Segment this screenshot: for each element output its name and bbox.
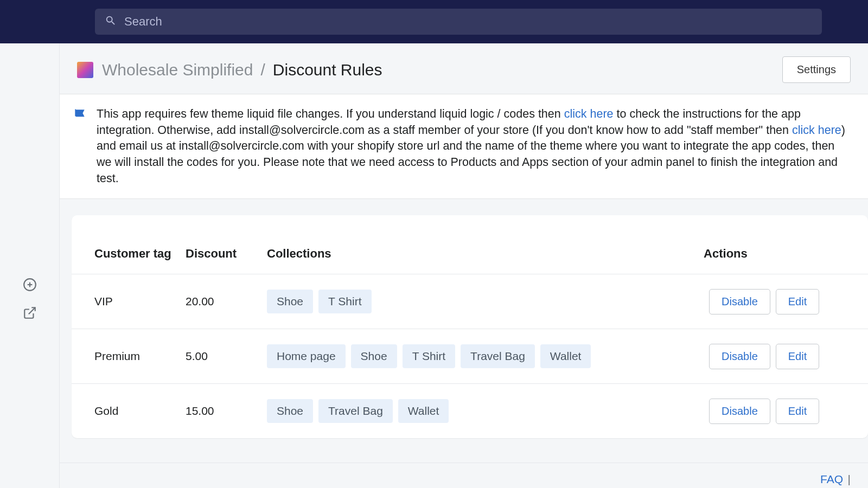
table-row: Gold15.00ShoeTravel BagWalletDisableEdit — [72, 384, 868, 439]
th-collections: Collections — [261, 237, 704, 274]
table-row: VIP20.00ShoeT ShirtDisableEdit — [72, 274, 868, 329]
edit-button[interactable]: Edit — [776, 344, 819, 369]
notice-text: This app requires few theme liquid file … — [97, 106, 851, 187]
search-field[interactable] — [95, 9, 822, 35]
breadcrumb-separator: / — [260, 61, 265, 79]
collection-chip[interactable]: Wallet — [540, 344, 591, 368]
rules-table: Customer tag Discount Collections Action… — [72, 237, 868, 438]
th-customer-tag: Customer tag — [72, 237, 180, 274]
breadcrumb-app[interactable]: Wholesale Simplified — [102, 61, 253, 79]
disable-button[interactable]: Disable — [709, 289, 770, 314]
collection-chip[interactable]: Travel Bag — [318, 399, 393, 423]
page-header: Wholesale Simplified / Discount Rules Se… — [60, 43, 868, 94]
collection-chip[interactable]: T Shirt — [318, 290, 371, 313]
cell-actions: DisableEdit — [704, 384, 868, 439]
collection-chip[interactable]: Shoe — [351, 344, 397, 368]
cell-collections: ShoeT Shirt — [261, 274, 704, 329]
footer-separator: | — [848, 473, 851, 485]
add-circle-icon[interactable] — [22, 277, 38, 293]
left-rail — [0, 43, 60, 488]
cell-discount: 15.00 — [180, 384, 261, 439]
cell-actions: DisableEdit — [704, 329, 868, 384]
cell-customer-tag: Gold — [72, 384, 180, 439]
notice-link-1[interactable]: click here — [564, 107, 614, 120]
collection-chip[interactable]: Shoe — [267, 399, 313, 423]
collection-chip[interactable]: Travel Bag — [461, 344, 535, 368]
flag-icon — [73, 107, 87, 187]
notice-link-2[interactable]: click here — [792, 124, 841, 137]
cell-discount: 20.00 — [180, 274, 261, 329]
collection-chip[interactable]: Wallet — [398, 399, 449, 423]
disable-button[interactable]: Disable — [709, 344, 770, 369]
disable-button[interactable]: Disable — [709, 399, 770, 424]
edit-button[interactable]: Edit — [776, 289, 819, 314]
breadcrumb-page: Discount Rules — [273, 61, 382, 79]
cell-discount: 5.00 — [180, 329, 261, 384]
cell-customer-tag: Premium — [72, 329, 180, 384]
cell-collections: ShoeTravel BagWallet — [261, 384, 704, 439]
search-icon — [105, 15, 124, 29]
cell-collections: Home pageShoeT ShirtTravel BagWallet — [261, 329, 704, 384]
search-input[interactable] — [124, 15, 812, 29]
cell-actions: DisableEdit — [704, 274, 868, 329]
notice-text-1: This app requires few theme liquid file … — [97, 107, 564, 120]
th-actions: Actions — [704, 237, 868, 274]
svg-line-3 — [28, 307, 35, 314]
external-link-icon[interactable] — [22, 305, 38, 321]
faq-link[interactable]: FAQ — [820, 473, 843, 485]
settings-button[interactable]: Settings — [782, 56, 851, 83]
collection-chip[interactable]: Shoe — [267, 290, 313, 313]
collection-chip[interactable]: Home page — [267, 344, 346, 368]
cell-customer-tag: VIP — [72, 274, 180, 329]
app-icon — [77, 62, 93, 78]
notice-banner: This app requires few theme liquid file … — [60, 94, 868, 199]
th-discount: Discount — [180, 237, 261, 274]
rules-card: Customer tag Discount Collections Action… — [72, 215, 868, 438]
collection-chip[interactable]: T Shirt — [403, 344, 455, 368]
edit-button[interactable]: Edit — [776, 399, 819, 424]
footer: FAQ | — [60, 463, 868, 488]
topbar — [0, 0, 868, 43]
main-content: Wholesale Simplified / Discount Rules Se… — [60, 43, 868, 488]
table-row: Premium5.00Home pageShoeT ShirtTravel Ba… — [72, 329, 868, 384]
